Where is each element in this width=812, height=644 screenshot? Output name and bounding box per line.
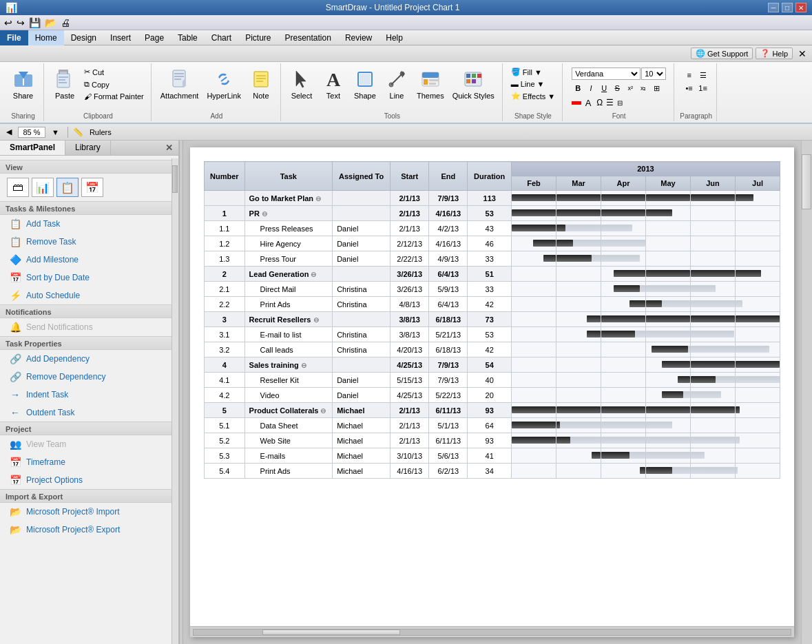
canvas-hscroll-thumb[interactable] <box>262 630 400 635</box>
more-font-button[interactable]: ⊞ <box>650 82 663 94</box>
ms-project-import-button[interactable]: 📂 Microsoft Project® Import <box>0 503 178 521</box>
add-milestone-button[interactable]: 🔷 Add Milestone <box>0 251 178 269</box>
shape-line-button[interactable]: ▬ Line ▼ <box>508 79 558 90</box>
project-options-button[interactable]: 📅 Project Options <box>0 471 178 489</box>
share-button[interactable]: Share <box>8 66 39 102</box>
collapse-icon[interactable]: ⊖ <box>262 210 267 218</box>
cut-button[interactable]: ✂ Cut <box>81 66 147 78</box>
rulers-button[interactable]: Rulers <box>86 127 115 138</box>
cell-bar-mar <box>556 342 601 357</box>
font-color-button[interactable]: A <box>582 96 594 109</box>
menu-picture[interactable]: Picture <box>238 30 278 45</box>
note-button[interactable]: Note <box>246 66 276 102</box>
remove-task-button[interactable]: 📋 Remove Task <box>0 233 178 251</box>
hyperlink-button[interactable]: HyperLink <box>203 66 244 102</box>
menu-chart[interactable]: Chart <box>205 30 238 45</box>
close-support-icon[interactable]: ✕ <box>795 48 809 59</box>
add-dependency-button[interactable]: 🔗 Add Dependency <box>0 350 178 368</box>
fill-button[interactable]: 🪣 Fill ▼ <box>508 66 558 78</box>
undo-button[interactable]: ↩ <box>3 17 14 29</box>
minimize-button[interactable]: ─ <box>768 3 779 12</box>
text-button[interactable]: A Text <box>318 66 348 102</box>
view-icon-timeline[interactable]: 📅 <box>81 178 103 197</box>
line-button[interactable]: Line <box>382 66 412 102</box>
panel-scrollbar[interactable] <box>171 158 178 644</box>
menu-insert[interactable]: Insert <box>103 30 138 45</box>
cell-bar-feb <box>512 327 556 342</box>
gantt-bar-light <box>691 346 735 353</box>
gantt-container[interactable]: Number Task Assigned To Start End Durati… <box>190 147 794 626</box>
zoom-dropdown-button[interactable]: ▼ <box>48 127 63 138</box>
remove-dependency-button[interactable]: 🔗 Remove Dependency <box>0 368 178 386</box>
superscript-button[interactable]: x² <box>624 82 636 94</box>
numbered-list-button[interactable]: 1≡ <box>697 82 709 94</box>
collapse-icon[interactable]: ⊖ <box>313 316 319 324</box>
zoom-back-button[interactable]: ◀ <box>3 126 15 138</box>
menu-table[interactable]: Table <box>171 30 205 45</box>
smartpanel-tab[interactable]: SmartPanel <box>0 141 65 155</box>
ms-project-export-button[interactable]: 📂 Microsoft Project® Export <box>0 521 178 539</box>
canvas-vscroll[interactable] <box>801 141 812 644</box>
add-task-button[interactable]: 📋 Add Task <box>0 215 178 233</box>
font-size-select[interactable]: 10 12 14 <box>641 67 666 80</box>
attachment-button[interactable]: Attachment <box>157 66 202 102</box>
collapse-icon[interactable]: ⊖ <box>320 407 326 415</box>
library-tab[interactable]: Library <box>65 141 111 155</box>
sort-due-date-button[interactable]: 📅 Sort by Due Date <box>0 269 178 287</box>
bullet-list-button[interactable]: •≡ <box>683 82 696 94</box>
effects-button[interactable]: ⭐ Effects ▼ <box>508 90 558 102</box>
copy-button[interactable]: ⧉ Copy <box>81 79 147 90</box>
menu-design[interactable]: Design <box>64 30 103 45</box>
get-support-button[interactable]: 🌐 Get Support <box>691 48 753 59</box>
print-button[interactable]: 🖨 <box>59 17 72 29</box>
view-icon-gantt[interactable]: 📋 <box>56 178 79 197</box>
panel-scrollbar-thumb[interactable] <box>172 165 178 193</box>
paste-button[interactable]: Paste <box>50 66 80 102</box>
timeframe-button[interactable]: 📅 Timeframe <box>0 453 178 471</box>
shape-button[interactable]: Shape <box>350 66 380 102</box>
font-color-bar <box>572 101 581 105</box>
collapse-icon[interactable]: ⊖ <box>301 362 306 369</box>
cell-duration: 46 <box>468 236 512 251</box>
view-icon-presentation[interactable]: 🗃 <box>7 178 29 197</box>
collapse-icon[interactable]: ⊖ <box>315 195 321 202</box>
select-button[interactable]: Select <box>287 66 317 102</box>
close-button[interactable]: ✕ <box>795 3 806 12</box>
collapse-icon[interactable]: ⊖ <box>311 271 316 278</box>
redo-button[interactable]: ↪ <box>15 17 26 29</box>
quick-styles-button[interactable]: Quick Styles <box>449 66 498 102</box>
panel-close-button[interactable]: ✕ <box>160 141 178 155</box>
bold-button[interactable]: B <box>572 82 584 94</box>
menu-presentation[interactable]: Presentation <box>278 30 337 45</box>
menu-file[interactable]: File <box>0 30 28 45</box>
save-button[interactable]: 💾 <box>28 17 42 29</box>
strikethrough-button[interactable]: S <box>611 82 623 94</box>
help-button[interactable]: ❓ Help <box>756 48 793 59</box>
italic-button[interactable]: I <box>585 82 597 94</box>
canvas-vscroll-thumb[interactable] <box>802 154 811 209</box>
menu-help[interactable]: Help <box>379 30 410 45</box>
underline-button[interactable]: U <box>598 82 610 94</box>
canvas-hscroll-inner[interactable] <box>193 629 791 636</box>
outdent-task-button[interactable]: ← Outdent Task <box>0 404 178 422</box>
menu-page[interactable]: Page <box>138 30 171 45</box>
format-painter-button[interactable]: 🖌 Format Painter <box>81 91 147 102</box>
cell-number: 1.1 <box>205 221 245 236</box>
canvas-hscroll[interactable] <box>190 626 794 637</box>
maximize-button[interactable]: □ <box>782 3 793 12</box>
font-family-select[interactable]: Verdana Arial Times New Roman <box>572 67 641 80</box>
left-panel: SmartPanel Library ✕ View 🗃 📊 📋 📅 Tasks … <box>0 141 179 644</box>
view-icon-table[interactable]: 📊 <box>32 178 54 197</box>
cell-bar-jun <box>691 403 736 418</box>
themes-button[interactable]: Themes <box>413 66 448 102</box>
subscript-button[interactable]: x₂ <box>637 82 649 94</box>
align-center-button[interactable]: ☰ <box>697 69 709 81</box>
open-button[interactable]: 📂 <box>43 17 58 29</box>
menu-home[interactable]: Home <box>28 30 64 45</box>
menu-review[interactable]: Review <box>338 30 379 45</box>
auto-schedule-button[interactable]: ⚡ Auto Schedule <box>0 287 178 304</box>
align-left-button[interactable]: ≡ <box>683 69 696 81</box>
window-controls[interactable]: ─ □ ✕ <box>768 3 806 12</box>
cell-assigned-to: Christina <box>333 282 391 297</box>
indent-task-button[interactable]: → Indent Task <box>0 386 178 404</box>
